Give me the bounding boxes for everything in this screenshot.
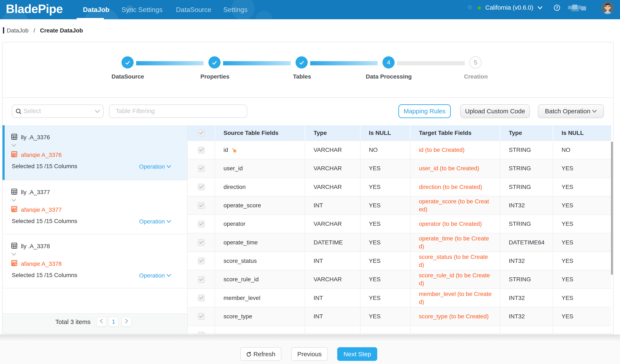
svg-text:?: ? [556,6,558,10]
